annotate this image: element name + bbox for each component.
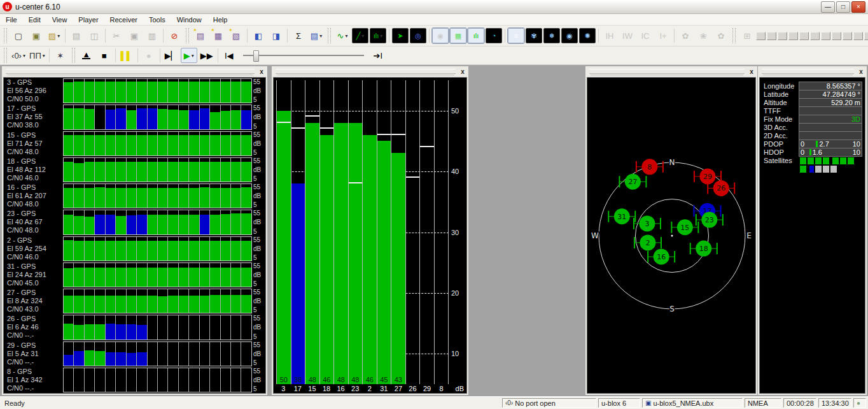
- new-text-console-icon[interactable]: ▧✶: [228, 28, 244, 43]
- svg-text:23: 23: [705, 216, 714, 224]
- panel-header: x: [272, 66, 468, 76]
- history-bar: [179, 237, 189, 261]
- satellite-history-row: 23 - GPSEl 40 Az 67C/N0 48.055dB5: [4, 209, 265, 235]
- new-packet-console-icon[interactable]: ▤✶: [192, 28, 209, 43]
- menu-window[interactable]: Window: [171, 16, 207, 24]
- history-bar: [106, 237, 116, 261]
- history-bar: [221, 368, 231, 392]
- split-layout-left-icon[interactable]: ◧: [250, 28, 267, 43]
- data-view-icon[interactable]: ▦: [450, 28, 466, 43]
- toolbar-grip[interactable]: [72, 48, 75, 63]
- file-icon: ▣: [645, 399, 651, 406]
- close-icon[interactable]: x: [257, 68, 266, 76]
- toolbar-grip[interactable]: [732, 28, 736, 43]
- step-forward-icon[interactable]: ▶▏: [163, 48, 179, 63]
- split-layout-right-icon[interactable]: ◨: [268, 28, 284, 43]
- chart-view-icon[interactable]: ∿▾: [334, 28, 351, 43]
- message-list-icon[interactable]: ▤▾: [308, 28, 325, 43]
- histogram-view-icon[interactable]: ılı▾: [370, 28, 386, 43]
- close-icon[interactable]: x: [857, 68, 865, 76]
- new-binary-console-icon[interactable]: ▦✶: [210, 28, 227, 43]
- history-bar: [148, 105, 158, 129]
- packet-statistics-view-icon[interactable]: ◉: [561, 28, 578, 43]
- skip-to-end-icon[interactable]: ➔Ι: [370, 48, 386, 63]
- history-bar: [74, 79, 84, 103]
- minimize-button[interactable]: —: [821, 1, 835, 13]
- menu-edit[interactable]: Edit: [23, 16, 46, 24]
- statistics-view-icon[interactable]: ❅: [543, 28, 560, 43]
- messages-view-icon[interactable]: ≡: [508, 28, 524, 43]
- stop-icon[interactable]: ■: [96, 48, 113, 63]
- open-file-icon[interactable]: ▨▾: [46, 28, 62, 43]
- menu-player[interactable]: Player: [73, 16, 104, 24]
- history-bar: [148, 158, 158, 182]
- close-icon[interactable]: x: [747, 68, 756, 76]
- menu-help[interactable]: Help: [207, 16, 234, 24]
- data-row: HDOP01.610: [764, 148, 865, 156]
- history-bar: [148, 79, 158, 103]
- satellite-history-bars: [63, 210, 252, 234]
- history-bar: [221, 263, 231, 287]
- satellite-history-bars: [63, 157, 252, 182]
- db-scale: 55dB5: [252, 78, 265, 104]
- close-button[interactable]: ×: [851, 1, 865, 13]
- map-view-icon[interactable]: ➤: [392, 28, 409, 43]
- save-file-icon[interactable]: ▣: [28, 28, 45, 43]
- statistics-sigma-icon[interactable]: Σ: [290, 28, 307, 43]
- tools-view-icon[interactable]: ✺: [579, 28, 596, 43]
- data-label: Longitude: [764, 82, 799, 90]
- db-scale: 55dB5: [252, 314, 265, 340]
- menu-tools[interactable]: Tools: [143, 16, 171, 24]
- cn0-value: 48: [305, 376, 319, 384]
- play-icon[interactable]: ▶▾: [181, 48, 197, 63]
- pause-icon[interactable]: ▌▌: [118, 48, 135, 63]
- close-icon[interactable]: x: [458, 68, 467, 76]
- new-file-icon[interactable]: ▢: [10, 28, 27, 43]
- menu-receiver[interactable]: Receiver: [104, 16, 143, 24]
- maximize-button[interactable]: □: [836, 1, 850, 13]
- unit-label: dB: [456, 385, 464, 393]
- menu-file[interactable]: File: [0, 16, 23, 24]
- deviation-map-view-icon[interactable]: ◎: [410, 28, 426, 43]
- satellite-history-row: 29 - GPSEl 5 Az 31C/N0 --.-55dB5: [4, 341, 265, 367]
- message-rate-icon[interactable]: ΠΠ▾: [28, 48, 46, 63]
- history-bar: [179, 263, 189, 287]
- toolbar-separator: [287, 29, 288, 43]
- satellite-label: 15 - GPSEl 71 Az 57C/N0 48.0: [4, 131, 63, 157]
- ublox-logo-icon: u: [3, 2, 12, 11]
- graph-view-icon[interactable]: ╱▾: [352, 28, 368, 43]
- toolbar-grip[interactable]: [186, 28, 189, 43]
- fast-forward-icon[interactable]: ▶▶: [199, 48, 215, 63]
- history-bar: [95, 105, 105, 129]
- histogram-window-icon[interactable]: ılı: [468, 28, 484, 43]
- toolbar-separator: [137, 48, 138, 62]
- cn0-value: 46: [320, 376, 334, 384]
- menu-view[interactable]: View: [46, 16, 73, 24]
- sky-view-icon[interactable]: ◉: [432, 28, 449, 43]
- sky-view-plot: NESW829262731315172321618: [587, 78, 757, 394]
- history-bar: [85, 342, 95, 366]
- toolbar-grip[interactable]: [4, 48, 7, 63]
- history-bar: [127, 263, 137, 287]
- toolbar-grip[interactable]: [4, 28, 7, 43]
- db-scale: 55dB5: [252, 183, 265, 209]
- playback-slider[interactable]: [243, 49, 364, 62]
- configure-view-icon[interactable]: ✾: [526, 28, 542, 43]
- toolbar-grip[interactable]: [328, 28, 331, 43]
- print-icon: ▤: [68, 28, 85, 43]
- eject-icon[interactable]: ▲: [78, 48, 95, 63]
- alarm-off-icon[interactable]: ⊘: [166, 28, 183, 43]
- history-bar: [158, 342, 168, 366]
- toolbar-separator: [598, 29, 599, 43]
- gauge-tick: [809, 149, 811, 155]
- history-bar: [74, 184, 84, 208]
- skip-to-start-icon[interactable]: Ι◀: [221, 48, 237, 63]
- svg-text:2: 2: [645, 239, 650, 247]
- navigation-data-table: Longitude8.565357 °Latitude47.284749 °Al…: [760, 78, 865, 393]
- copy-icon: ▣: [126, 28, 143, 43]
- comm-port-icon[interactable]: ‹0›▾: [10, 48, 27, 63]
- docking-clock-icon[interactable]: ◔: [486, 28, 502, 43]
- window-title: u-center 6.10: [15, 3, 60, 11]
- history-bar: [241, 132, 251, 155]
- autobaud-wand-icon[interactable]: ✶: [52, 48, 69, 63]
